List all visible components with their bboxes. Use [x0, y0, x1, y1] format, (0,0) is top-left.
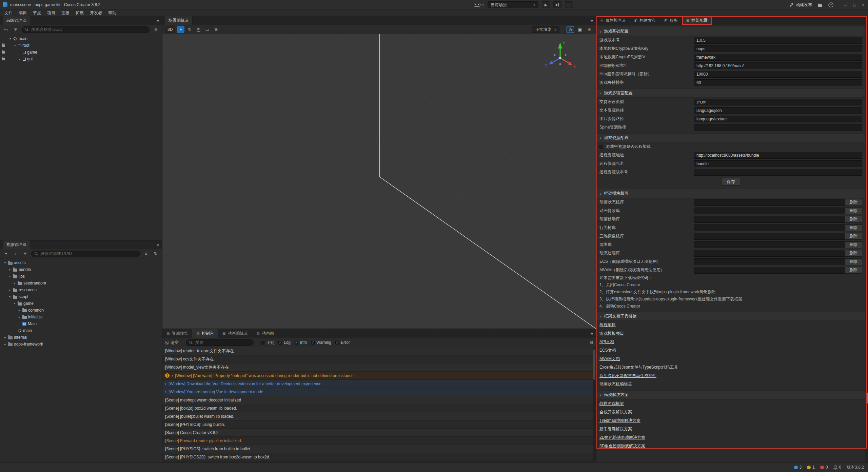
menu-item[interactable]: 编辑 [16, 10, 30, 16]
hierarchy-node[interactable]: game [0, 49, 162, 56]
solution-link[interactable]: Tiledmap地图解决方案 [599, 418, 640, 424]
inspector-tab[interactable]: 构建发布 [630, 16, 660, 25]
scene-select-dropdown[interactable]: 当前场景∨ [488, 1, 538, 8]
log-entry[interactable]: ! › [Window] render_texture文件夹不存在 [162, 347, 596, 355]
section-header-modules[interactable]: ∨ 框架模块裁剪 [596, 189, 865, 198]
refresh-icon[interactable]: ↻ [152, 250, 159, 257]
asset-node[interactable]: internal [0, 334, 162, 341]
viewport-toggle-button[interactable]: ▣ [576, 26, 584, 33]
inspector-tab[interactable]: 服务 [660, 16, 682, 25]
scene-tool-button[interactable]: ◰ [195, 26, 202, 33]
doc-link[interactable]: API文档 [599, 339, 614, 345]
expand-arrow-icon[interactable] [8, 295, 12, 298]
menu-item[interactable]: 文件 [1, 10, 16, 16]
field-input[interactable]: framework [694, 54, 862, 61]
module-delete-button[interactable]: 删除 [845, 224, 862, 231]
solution-link[interactable]: 新手引导解决方案 [599, 426, 632, 432]
step-button[interactable]: ▶ [553, 1, 561, 8]
log-entry[interactable]: ! › [Scene] Cocos Creator v3.8.2 [162, 429, 596, 437]
field-input[interactable] [694, 169, 862, 176]
log-entry[interactable]: ! › [Scene] Forward render pipeline init… [162, 437, 596, 445]
console-tab[interactable]: 控制台 [192, 329, 218, 338]
filter-icon[interactable] [12, 26, 19, 33]
doc-link[interactable]: 游戏模板项目 [599, 331, 624, 336]
warning-count-badge[interactable]: 1 [807, 465, 815, 470]
solution-link[interactable]: 3D角色扮演游戏解决方案 [599, 443, 645, 449]
field-input[interactable]: language/texture [694, 116, 862, 122]
doc-link[interactable]: 原生包热更新配置自动生成插件 [599, 373, 656, 379]
log-entry[interactable]: ! › [Scene] [box2d]:box2d wasm lib loade… [162, 404, 596, 412]
menu-item[interactable]: 扩展 [73, 10, 87, 16]
console-scrollbar[interactable] [593, 347, 596, 462]
asset-node[interactable]: Main [0, 320, 162, 327]
info-count-badge[interactable]: 3 [794, 465, 802, 470]
asset-node[interactable]: oops-framework [0, 341, 162, 348]
log-entry[interactable]: ! › [Scene] [PHYSICS2D]: switch from box… [162, 453, 596, 461]
panel-menu-icon[interactable]: ≡ [156, 242, 159, 247]
expand-arrow-icon[interactable] [8, 288, 12, 292]
hierarchy-node[interactable]: root [0, 42, 162, 49]
log-entry[interactable]: ! › [Scene] meshopt wasm decoder initial… [162, 396, 596, 404]
create-asset-button[interactable]: + [3, 250, 9, 257]
console-filter-checkbox[interactable]: Info [295, 340, 307, 346]
field-input[interactable]: language/json [694, 107, 862, 114]
log-entry[interactable]: ! › [Window] You are running Vue in deve… [162, 388, 596, 396]
panel-menu-icon[interactable]: ≡ [156, 18, 159, 23]
mode-3d-toggle[interactable]: 3D [165, 26, 175, 33]
doc-link[interactable]: 动画状态机编辑器 [599, 381, 632, 387]
log-entry[interactable]: ! › [Scene] [PHYSICS]: switch from built… [162, 445, 596, 453]
lock-icon[interactable] [2, 44, 5, 47]
build-publish-button[interactable]: 构建发布 [789, 2, 812, 8]
asset-node[interactable]: bundle [0, 266, 162, 273]
log-entry[interactable]: ! › [Window] Download the Vue Devtools e… [162, 380, 596, 388]
maximize-button[interactable]: □ [853, 2, 856, 7]
module-delete-button[interactable]: 删除 [845, 250, 862, 257]
console-tab[interactable]: 动画图 [252, 329, 278, 338]
preview-device-button[interactable]: ∨ [474, 3, 484, 7]
clear-console-button[interactable]: 清空 [165, 340, 179, 346]
asset-node[interactable]: initialize [0, 314, 162, 320]
viewport-toggle-button[interactable]: ✳ [586, 26, 593, 33]
help-button[interactable]: ? [828, 2, 834, 8]
panel-menu-icon[interactable]: ≡ [590, 18, 593, 23]
console-tab[interactable]: 资源预览 [162, 329, 192, 338]
minimize-button[interactable]: ─ [844, 2, 847, 7]
log-entry[interactable]: ! › [Scene] [bullet]:bullet wasm lib loa… [162, 412, 596, 420]
expand-arrow-icon[interactable] [3, 342, 7, 346]
field-input[interactable] [694, 124, 862, 131]
console-filter-checkbox[interactable]: Error [335, 340, 350, 346]
console-search-input[interactable]: 搜索 [186, 339, 254, 346]
expand-arrow-icon[interactable] [8, 37, 12, 40]
collapse-logs-icon[interactable]: ⊟ [590, 340, 593, 345]
asset-node[interactable]: game [0, 300, 162, 307]
field-input[interactable]: oops [694, 45, 862, 52]
expand-arrow-icon[interactable] [13, 281, 16, 285]
module-delete-button[interactable]: 删除 [845, 258, 862, 265]
render-mode-dropdown[interactable]: 正常渲染 ∨ [532, 26, 559, 33]
asset-node[interactable]: assets [0, 259, 162, 266]
section-header-basic[interactable]: ∨ 游戏基础配置 [596, 27, 865, 36]
inspector-tab[interactable]: 框架配置 [682, 16, 712, 25]
expand-arrow-icon[interactable]: › [172, 373, 173, 378]
module-delete-button[interactable]: 删除 [845, 199, 862, 206]
log-entry[interactable]: ! › [Window] ecs文件夹不存在 [162, 355, 596, 363]
asset-node[interactable]: main [0, 327, 162, 334]
notification-badge[interactable]: 0 [833, 465, 842, 470]
solution-link[interactable]: 2D角色扮演游戏解决方案 [599, 435, 645, 440]
doc-link[interactable]: MVVM文档 [599, 356, 620, 362]
assets-search-input[interactable]: 搜索名称或 UUID [31, 251, 140, 257]
inspector-scrollbar[interactable] [865, 25, 868, 462]
asset-node[interactable]: resources [0, 287, 162, 293]
console-filter-checkbox[interactable]: 正则 [261, 340, 274, 346]
panel-menu-icon[interactable]: ≡ [590, 331, 596, 336]
field-input[interactable]: http://192.168.0.150/main/ [694, 62, 862, 69]
expand-arrow-icon[interactable] [18, 309, 21, 312]
section-header-docs[interactable]: ∨ 框架文档工具链接 [596, 312, 865, 321]
sort-assets-icon[interactable]: ↕ [12, 250, 19, 257]
inspector-tab[interactable]: 属性检查器 [596, 16, 630, 25]
expand-arrow-icon[interactable] [18, 315, 21, 319]
error-count-badge[interactable]: 0 [820, 465, 828, 470]
module-delete-button[interactable]: 删除 [845, 216, 862, 223]
module-delete-button[interactable]: 删除 [845, 208, 862, 214]
log-entry[interactable]: ! › [Window] model_view文件夹不存在 [162, 363, 596, 372]
